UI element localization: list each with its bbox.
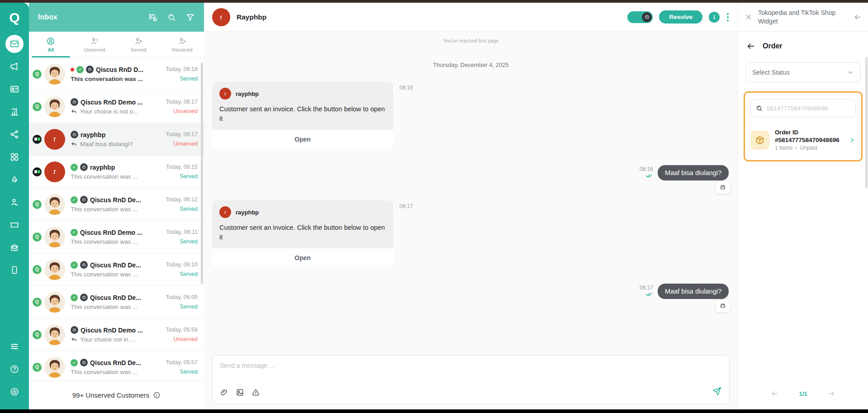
collapse-arrow-icon[interactable] <box>854 13 862 21</box>
sidebar-item-inbox[interactable] <box>5 35 24 53</box>
date-divider: Thursday, December 4, 2025 <box>212 62 730 68</box>
widget-header: Tokopedia and TikTok Shop Widget <box>738 3 868 32</box>
channel-badge: Q <box>33 70 42 79</box>
reply-icon <box>71 141 77 147</box>
conversation-time: Today, 06:00 <box>166 294 198 300</box>
chat-area: r Rayphbp Resolve i You've reached first… <box>204 3 738 409</box>
window-bottom-strip <box>0 409 868 413</box>
chevron-right-icon[interactable] <box>849 137 856 144</box>
conversation-item[interactable]: Q r ✓ rayphbp <box>29 123 204 156</box>
chat-avatar: r <box>212 8 230 26</box>
conversation-time: Today, 06:17 <box>166 99 198 105</box>
list-scrollbar[interactable] <box>201 62 203 284</box>
sidebar-item-mailbox[interactable] <box>5 238 24 256</box>
person-avatar-illustration <box>44 259 65 280</box>
sidebar-item-analytics[interactable] <box>5 103 24 121</box>
tab-unserved[interactable]: Unserved <box>73 32 117 57</box>
bot-channel-icon <box>80 196 88 204</box>
panel-scrollbar[interactable] <box>865 57 868 188</box>
chat-check-icon[interactable] <box>148 13 158 22</box>
avatar: r <box>44 129 65 150</box>
open-invoice-button[interactable]: Open <box>212 248 393 267</box>
incoming-message: r rayphbp Customer sent an invoice. Clic… <box>212 200 730 267</box>
order-search-input[interactable] <box>767 105 851 112</box>
message-text: Customer sent an invoice. Click the butt… <box>212 218 393 248</box>
bot-channel-icon <box>71 131 78 138</box>
message-input[interactable] <box>220 362 722 369</box>
sidebar-item-settings[interactable] <box>5 337 24 356</box>
conversation-item[interactable]: Q ✓ Qiscus RnD Demo ... <box>29 221 204 253</box>
mobile-icon <box>9 265 19 275</box>
conversation-item[interactable]: Q ✓ Qiscus RnD Demo ... <box>29 318 204 351</box>
info-icon[interactable] <box>153 391 161 399</box>
message-text: Maaf bisa diulangi? <box>665 288 721 295</box>
sidebar-item-ticketing[interactable] <box>5 216 24 234</box>
select-status-dropdown[interactable]: Select Status <box>745 62 861 82</box>
sidebar-item-workflows[interactable] <box>5 171 24 189</box>
sidebar-item-agents[interactable] <box>5 193 24 211</box>
conversation-item[interactable]: Q ✓ Qiscus RnD Demo ... <box>29 90 204 123</box>
sidebar-item-logout[interactable] <box>5 383 24 401</box>
send-button[interactable] <box>712 386 722 398</box>
resolve-button[interactable]: Resolve <box>659 10 702 24</box>
channel-badge: Q <box>33 233 42 242</box>
dot-separator <box>795 147 797 149</box>
sidebar-item-apps[interactable] <box>5 148 24 166</box>
channel-badge: Q <box>33 135 42 144</box>
alert-icon[interactable] <box>251 388 260 397</box>
widget-pagination: 1/1 <box>738 380 868 409</box>
conversation-item[interactable]: Q ✓ Qiscus RnD D... <box>29 58 204 90</box>
open-invoice-button[interactable]: Open <box>212 130 393 149</box>
sidebar-item-mobile[interactable] <box>5 261 24 279</box>
resolved-check-icon: ✓ <box>76 66 84 73</box>
message-time: 06:17 <box>640 285 653 291</box>
chat-info-button[interactable]: i <box>709 12 720 23</box>
conversation-preview: This conversation was ... <box>71 76 143 82</box>
image-icon[interactable] <box>236 388 244 397</box>
conversation-item[interactable]: Q ✓ Qiscus RnD De... <box>29 351 204 380</box>
conversation-item[interactable]: Q ✓ Qiscus RnD De... <box>29 286 204 318</box>
tab-served[interactable]: Served <box>117 32 161 57</box>
person-avatar-illustration <box>44 227 65 247</box>
bot-toggle[interactable] <box>627 11 653 23</box>
conversation-item[interactable]: Q ✓ Qiscus RnD De... <box>29 253 204 286</box>
resolved-check-icon: ✓ <box>71 261 78 269</box>
mailbox-icon <box>9 242 19 252</box>
bot-channel-icon <box>86 66 94 73</box>
more-options-button[interactable] <box>726 12 730 22</box>
sidebar-item-help[interactable] <box>5 360 24 378</box>
conversation-item[interactable]: Q r ✓ rayphbp <box>29 156 204 188</box>
prev-page-arrow[interactable] <box>771 389 779 398</box>
help-icon <box>9 364 19 374</box>
order-search-box <box>750 99 856 117</box>
search-icon[interactable] <box>167 13 176 22</box>
tab-resolved-label: Resolved <box>172 47 193 52</box>
channel-badge: Q <box>33 298 42 307</box>
channel-badge: Q <box>33 102 42 111</box>
avatar <box>44 357 65 378</box>
sidebar-item-contacts[interactable] <box>5 80 24 98</box>
sidebar-item-integrations[interactable] <box>5 125 24 143</box>
tab-served-label: Served <box>130 47 146 52</box>
all-tab-icon <box>46 37 55 46</box>
next-page-arrow[interactable] <box>827 389 835 398</box>
sidebar-item-broadcast[interactable] <box>5 57 24 76</box>
filter-icon[interactable] <box>185 13 195 22</box>
order-card[interactable]: Order ID #581477758470948696 1 Items Unp… <box>750 129 856 151</box>
conversation-name: Qiscus RnD D... <box>96 66 143 73</box>
conversation-time: Today, 06:17 <box>166 131 198 138</box>
conversation-name: Qiscus RnD Demo ... <box>81 327 143 334</box>
conversation-name: rayphbp <box>81 131 105 138</box>
conversation-time: Today, 05:57 <box>166 359 198 366</box>
conversation-item[interactable]: Q ✓ Qiscus RnD De... <box>29 188 204 221</box>
attachment-icon[interactable] <box>220 388 228 397</box>
tab-all[interactable]: All <box>29 32 73 57</box>
back-arrow-icon[interactable] <box>746 42 755 51</box>
power-icon <box>9 387 19 397</box>
inbox-header: Inbox <box>29 3 204 32</box>
tab-resolved[interactable]: Resolved <box>160 32 204 57</box>
chat-header: r Rayphbp Resolve i <box>204 3 738 32</box>
conversation-preview: This conversation was ... <box>71 369 138 375</box>
close-icon[interactable] <box>745 13 753 21</box>
conversation-time: Today, 06:10 <box>166 261 198 268</box>
